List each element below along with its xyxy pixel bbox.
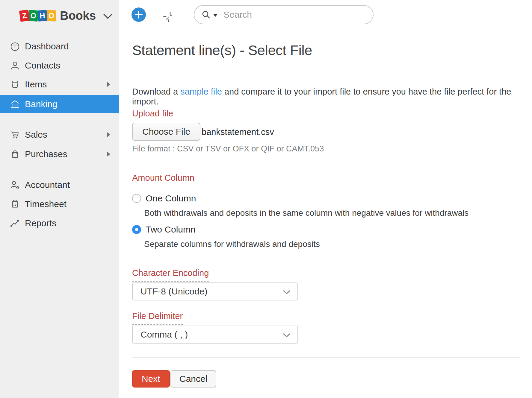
chevron-down-icon[interactable] — [103, 13, 113, 21]
sidebar-item-label: Banking — [25, 99, 57, 109]
search-bar[interactable] — [194, 5, 374, 24]
sidebar-item-label: Timesheet — [25, 199, 66, 209]
shopping-bag-icon — [10, 149, 20, 159]
line-chart-icon — [10, 218, 20, 229]
intro-pre: Download a — [132, 87, 180, 96]
logo-block-h: H — [37, 10, 48, 22]
select-value: UTF-8 (Unicode) — [140, 286, 207, 297]
one-column-description: Both withdrawals and deposits in the sam… — [144, 208, 468, 218]
bank-icon — [10, 99, 20, 110]
caret-down-icon — [213, 14, 217, 17]
title-divider — [120, 68, 532, 68]
sidebar-item-sales[interactable]: Sales — [0, 126, 119, 143]
amount-column-label: Amount Column — [132, 173, 194, 183]
sidebar-item-label: Dashboard — [25, 41, 69, 51]
next-button[interactable]: Next — [132, 370, 170, 388]
zoho-books-logo[interactable]: Z O H O Books — [20, 9, 113, 22]
chevron-right-icon — [107, 132, 110, 137]
search-icon — [202, 10, 211, 19]
file-format-note: File format : CSV or TSV or OFX or QIF o… — [132, 144, 324, 154]
plus-icon — [132, 7, 146, 22]
search-scope-dropdown[interactable] — [202, 10, 217, 19]
choose-file-button[interactable]: Choose File — [132, 123, 200, 141]
file-delimiter-select[interactable]: Comma ( , ) — [132, 326, 298, 344]
sidebar-item-label: Contacts — [25, 60, 60, 71]
radio-label: One Column — [146, 193, 196, 203]
person-star-icon — [10, 180, 20, 190]
app-window: Z O H O Books Dashboard Contacts — [0, 0, 532, 398]
select-value: Comma ( , ) — [140, 329, 188, 340]
brand-name: Books — [60, 9, 96, 22]
radio-label: Two Column — [146, 224, 196, 235]
sidebar-item-accountant[interactable]: Accountant — [0, 176, 119, 194]
upload-file-label: Upload file — [132, 109, 173, 119]
intro-text: Download a sample file and compare it to… — [132, 87, 532, 107]
sidebar-item-timesheet[interactable]: Timesheet — [0, 195, 119, 213]
topbar — [120, 0, 532, 30]
sidebar: Z O H O Books Dashboard Contacts — [0, 0, 119, 398]
recent-history-button[interactable] — [163, 7, 177, 22]
logo-block-o1: O — [28, 10, 38, 22]
sidebar-item-banking[interactable]: Banking — [0, 95, 119, 113]
sidebar-item-reports[interactable]: Reports — [0, 215, 119, 232]
sidebar-item-dashboard[interactable]: Dashboard — [0, 38, 119, 55]
sidebar-item-label: Purchases — [25, 149, 67, 159]
shopping-cart-icon — [10, 129, 20, 140]
sidebar-item-label: Sales — [25, 130, 47, 140]
timesheet-calendar-icon — [10, 199, 20, 209]
sidebar-item-label: Items — [25, 79, 47, 89]
sidebar-item-label: Reports — [25, 218, 56, 228]
logo-block-o2: O — [46, 10, 56, 22]
basket-icon — [10, 79, 20, 90]
chevron-right-icon — [107, 82, 110, 87]
chevron-right-icon — [107, 152, 110, 157]
logo-block-z: Z — [19, 10, 30, 22]
chevron-down-icon — [283, 333, 290, 338]
selected-file-name: bankstatement.csv — [202, 127, 274, 137]
sidebar-item-items[interactable]: Items — [0, 76, 119, 93]
radio-one-column[interactable]: One Column — [132, 193, 196, 203]
character-encoding-select[interactable]: UTF-8 (Unicode) — [132, 282, 298, 300]
file-delimiter-label: File Delimiter — [132, 311, 183, 325]
chevron-down-icon — [283, 290, 290, 294]
sidebar-item-contacts[interactable]: Contacts — [0, 57, 119, 74]
sample-file-link[interactable]: sample file — [180, 87, 222, 96]
radio-circle-unselected[interactable] — [132, 194, 141, 203]
actions-divider — [132, 357, 520, 358]
radio-two-column[interactable]: Two Column — [132, 224, 196, 235]
sidebar-item-purchases[interactable]: Purchases — [0, 145, 119, 163]
dashboard-gauge-icon — [10, 41, 20, 52]
sidebar-item-label: Accountant — [25, 180, 70, 190]
history-clock-icon — [163, 7, 177, 22]
radio-circle-selected[interactable] — [132, 225, 141, 234]
search-input[interactable] — [223, 10, 367, 20]
two-column-description: Separate columns for withdrawals and dep… — [144, 239, 320, 249]
character-encoding-label: Character Encoding — [132, 268, 209, 282]
quick-create-button[interactable] — [132, 7, 146, 22]
page-title: Statement line(s) - Select File — [132, 42, 312, 58]
cancel-button[interactable]: Cancel — [170, 370, 216, 388]
person-icon — [10, 60, 20, 71]
main-content: Statement line(s) - Select File Download… — [120, 30, 532, 398]
